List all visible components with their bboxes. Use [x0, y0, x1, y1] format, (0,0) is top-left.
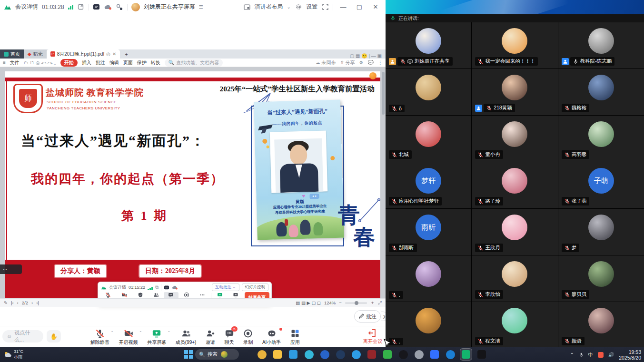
edge2-icon[interactable]: [445, 349, 456, 360]
wps-doc-tab[interactable]: P 8月20日晚上ppt(1).pdf ◎ ✕: [47, 49, 120, 59]
wps-icon[interactable]: [366, 349, 377, 360]
participant-tile[interactable]: 廖贝贝: [558, 255, 644, 302]
minimize-button[interactable]: —: [337, 3, 349, 10]
volume-icon[interactable]: 🔊: [608, 352, 614, 357]
participant-tile[interactable]: ō: [386, 69, 471, 115]
menu-comment[interactable]: 批注: [96, 59, 105, 66]
key-icon[interactable]: [116, 3, 123, 11]
slide-control-pill[interactable]: 幻灯片控制: [242, 284, 269, 291]
participant-tile[interactable]: 程文洁: [472, 302, 557, 348]
wps-store-tab[interactable]: ◆稻壳: [24, 49, 47, 59]
first-page-button[interactable]: |‹: [11, 300, 14, 305]
annotate-button[interactable]: 批注: [354, 310, 381, 323]
compass-icon[interactable]: [350, 349, 362, 360]
maximize-button[interactable]: ▢: [353, 3, 366, 10]
fullscreen-icon[interactable]: [321, 3, 329, 11]
scrollbar[interactable]: [382, 72, 385, 115]
participant-tile[interactable]: 高羽馨: [558, 116, 644, 162]
menu-start[interactable]: 开始: [60, 59, 78, 67]
file-explorer-icon[interactable]: [272, 349, 283, 360]
menu-insert[interactable]: 插入: [82, 59, 91, 66]
comment-icon[interactable]: 💬: [368, 60, 374, 65]
keyboard-icon[interactable]: [382, 349, 393, 360]
tray-expand-icon[interactable]: ⌃: [570, 352, 574, 357]
raise-hand-button[interactable]: ✋: [47, 330, 61, 342]
meeting-detail-button[interactable]: 会议详情: [15, 3, 38, 11]
cloud-record-icon[interactable]: [172, 285, 178, 290]
chevron-up-icon[interactable]: ⌃: [168, 331, 171, 335]
toolbar-item-解除静音[interactable]: ⌃解除静音: [90, 329, 109, 346]
new-tab-button[interactable]: ＋: [120, 49, 132, 59]
gear-icon[interactable]: ⚙: [359, 60, 364, 65]
participant-tile[interactable]: 路子玲: [472, 162, 557, 208]
menu-file[interactable]: 文件: [10, 59, 20, 66]
menu-edit[interactable]: 编辑: [109, 59, 119, 66]
participant-tile[interactable]: 雨昕郜雨昕: [386, 209, 471, 255]
toolbar-item-录制[interactable]: 录制: [243, 329, 253, 346]
pen-icon[interactable]: ✎: [4, 300, 8, 305]
toolbar-item-应用[interactable]: 应用: [290, 329, 300, 346]
eight-ball-icon[interactable]: [397, 349, 409, 360]
participant-tile[interactable]: 颜语: [558, 302, 644, 348]
sync-status[interactable]: ☁ 未同步: [316, 59, 336, 66]
docs-icon[interactable]: [164, 285, 169, 290]
taskbar-search[interactable]: 🔍 搜索: [195, 349, 239, 360]
zoom-out-button[interactable]: −: [339, 300, 342, 305]
taskbar-clock[interactable]: 19:53 2025/8/20: [619, 349, 641, 361]
toolbar-item-聊天[interactable]: 5聊天: [225, 329, 234, 346]
menu-convert[interactable]: 转换: [151, 59, 160, 66]
cat-icon[interactable]: [413, 349, 425, 360]
next-page-button[interactable]: ›: [31, 300, 33, 305]
browser-icon[interactable]: [319, 349, 330, 360]
chat-input[interactable]: ☺ 说点什么...: [2, 330, 43, 342]
chevron-up-icon[interactable]: ⌃: [139, 331, 142, 335]
participant-tile[interactable]: 李欣怡: [472, 255, 557, 302]
view-mode-icons[interactable]: ▤ ▥ ▶ ▢ ◻: [296, 300, 321, 305]
layout-button[interactable]: 演讲者布局: [255, 3, 283, 11]
toolbar-item-邀请[interactable]: 邀请: [206, 329, 215, 346]
toolbar-item-成员(99+)[interactable]: 成员(99+): [176, 329, 197, 346]
meeting-icon[interactable]: [460, 349, 472, 360]
zoom-in-button[interactable]: ＋: [370, 300, 375, 306]
eye-icon[interactable]: ◎: [106, 51, 110, 57]
last-page-button[interactable]: ›|: [36, 300, 39, 305]
chat-message-overlay[interactable]: ⋯: [0, 264, 22, 274]
zoom-slider[interactable]: [345, 303, 367, 303]
more-icon[interactable]: ⋮: [378, 60, 383, 65]
participant-tile[interactable]: 子萌张子萌: [558, 162, 644, 208]
share-button[interactable]: ⇧ 分享: [340, 59, 355, 66]
wps-window-icons[interactable]: ▢ ▦ 🙂 | — ▣: [350, 53, 382, 59]
participant-tile[interactable]: 教科院-陈志鹏: [558, 22, 644, 68]
feishu-icon[interactable]: [429, 349, 440, 360]
edge-icon[interactable]: [303, 349, 315, 360]
participant-tile[interactable]: .: [386, 255, 471, 302]
menu-page[interactable]: 页面: [123, 59, 133, 66]
close-button[interactable]: ✕: [369, 3, 382, 10]
prev-page-button[interactable]: ‹: [17, 300, 19, 305]
quick-icons[interactable]: 🗀 🗋 ⎙ ↶ ↷ ⌄: [24, 60, 56, 66]
emoji-icon[interactable]: ☺: [7, 333, 12, 339]
toolbar-item-开启视频[interactable]: ⌃开启视频: [119, 329, 138, 346]
toolbar-item-共享屏幕[interactable]: ⌃共享屏幕: [147, 329, 166, 346]
participant-tile[interactable]: 童小冉: [472, 116, 557, 162]
chevron-up-icon[interactable]: ⌃: [110, 331, 114, 335]
ime-indicator[interactable]: 中: [588, 352, 593, 358]
fit-icon[interactable]: ⤢: [378, 300, 382, 306]
docs-icon[interactable]: [93, 3, 100, 11]
participant-tile[interactable]: 梦: [558, 209, 644, 255]
toolbar-item-AI小助手[interactable]: AI小助手: [262, 329, 281, 346]
participant-tile[interactable]: 王欣月: [472, 209, 557, 255]
menu-protect[interactable]: 保护: [137, 59, 147, 66]
participant-tile[interactable]: 北城: [386, 116, 471, 162]
participant-tile[interactable]: 梦轩应用心理学社梦轩: [386, 162, 471, 208]
mic-tray-icon[interactable]: [579, 352, 584, 358]
tab-close-icon[interactable]: ✕: [112, 51, 116, 57]
tiktok-icon[interactable]: [476, 349, 487, 360]
annotate-pill[interactable]: 互动批注 ⌄: [212, 284, 239, 291]
settings-button[interactable]: 设置: [306, 3, 317, 11]
participant-tile[interactable]: 魏榕榕: [558, 69, 644, 115]
promo-badge[interactable]: [369, 72, 376, 79]
participant-tile[interactable]: .: [386, 302, 471, 348]
start-button[interactable]: [184, 350, 193, 359]
wps-search-input[interactable]: 🔍 查找功能、文档内容: [165, 59, 223, 67]
